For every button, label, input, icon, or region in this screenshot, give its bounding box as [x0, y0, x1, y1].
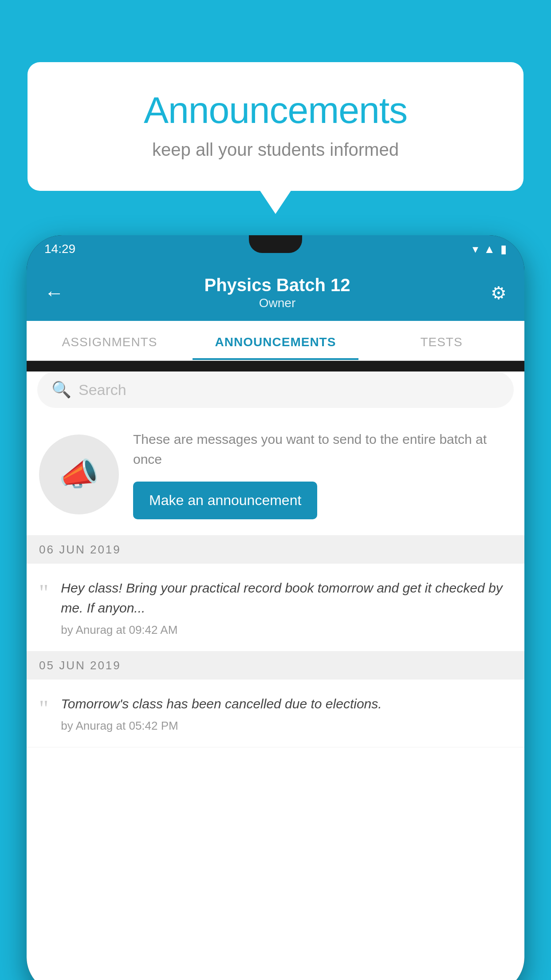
notch [249, 235, 302, 253]
gear-icon[interactable]: ⚙ [491, 283, 507, 303]
phone-body: 14:29 ▾ ▲ ▮ ← Physics Batch 12 Owner ⚙ A… [27, 235, 524, 980]
battery-icon: ▮ [500, 242, 507, 256]
status-bar: 14:29 ▾ ▲ ▮ [27, 235, 524, 263]
quote-icon-2: " [39, 697, 48, 720]
search-bar[interactable]: 🔍 Search [37, 371, 514, 408]
phone-mockup: 14:29 ▾ ▲ ▮ ← Physics Batch 12 Owner ⚙ A… [27, 235, 524, 980]
make-announcement-button[interactable]: Make an announcement [133, 482, 317, 519]
announcement-meta-1: by Anurag at 09:42 AM [61, 623, 512, 637]
search-icon: 🔍 [51, 380, 71, 399]
promo-description: These are messages you want to send to t… [133, 429, 512, 469]
header-title: Physics Batch 12 [64, 275, 491, 295]
bubble-title: Announcements [63, 89, 488, 132]
announcement-item-1: " Hey class! Bring your practical record… [27, 564, 524, 652]
announcement-message-2: Tomorrow's class has been cancelled due … [61, 694, 512, 714]
app-header: ← Physics Batch 12 Owner ⚙ [27, 263, 524, 321]
promo-right: These are messages you want to send to t… [133, 429, 512, 519]
date-divider-1: 06 JUN 2019 [27, 536, 524, 564]
header-subtitle: Owner [64, 296, 491, 310]
tab-announcements[interactable]: ANNOUNCEMENTS [193, 321, 358, 360]
bubble-subtitle: keep all your students informed [63, 140, 488, 160]
speech-bubble-section: Announcements keep all your students inf… [28, 62, 523, 191]
phone-screen: 14:29 ▾ ▲ ▮ ← Physics Batch 12 Owner ⚙ A… [27, 235, 524, 980]
tab-assignments[interactable]: ASSIGNMENTS [27, 321, 193, 360]
announcement-message-1: Hey class! Bring your practical record b… [61, 578, 512, 618]
speech-bubble: Announcements keep all your students inf… [28, 62, 523, 191]
header-title-group: Physics Batch 12 Owner [64, 275, 491, 310]
tab-tests[interactable]: TESTS [358, 321, 524, 360]
status-time: 14:29 [44, 242, 75, 256]
quote-icon-1: " [39, 581, 48, 605]
announcement-item-2: " Tomorrow's class has been cancelled du… [27, 680, 524, 747]
announcement-content-1: Hey class! Bring your practical record b… [61, 578, 512, 637]
search-placeholder: Search [79, 381, 126, 399]
promo-section: 📣 These are messages you want to send to… [27, 415, 524, 536]
back-button[interactable]: ← [44, 282, 64, 304]
announcement-content-2: Tomorrow's class has been cancelled due … [61, 694, 512, 733]
promo-icon-circle: 📣 [39, 435, 119, 514]
status-icons: ▾ ▲ ▮ [472, 242, 507, 256]
announcement-meta-2: by Anurag at 05:42 PM [61, 719, 512, 733]
megaphone-icon: 📣 [59, 455, 99, 493]
wifi-icon: ▾ [472, 242, 478, 256]
date-divider-2: 05 JUN 2019 [27, 652, 524, 680]
content-area: 🔍 Search 📣 These are messages you want t… [27, 371, 524, 980]
signal-icon: ▲ [484, 242, 495, 256]
tabs-bar: ASSIGNMENTS ANNOUNCEMENTS TESTS [27, 321, 524, 361]
